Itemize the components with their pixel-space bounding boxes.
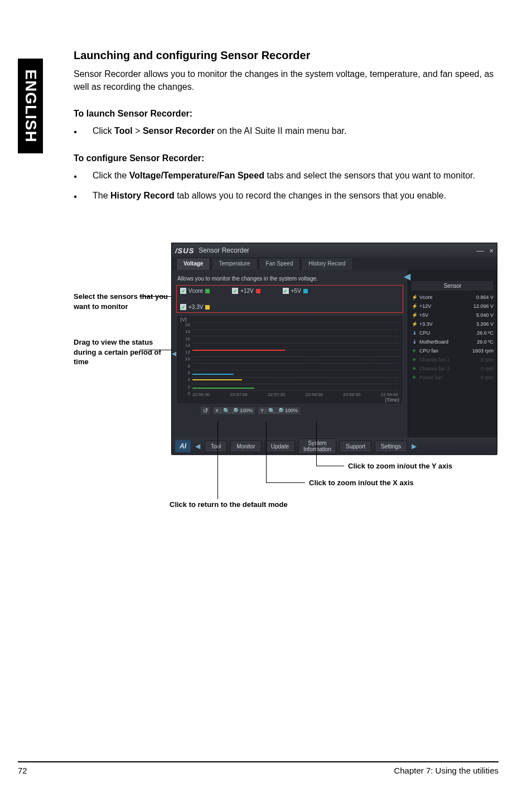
volt-icon: ⚡: [412, 294, 417, 300]
window-title: Sensor Recorder: [199, 247, 249, 254]
sensor-checkbox-group: ✓Vcore ✓+12V ✓+5V ✓+3.3V: [176, 285, 403, 313]
configure-bullet-1: • Click the Voltage/Temperature/Fan Spee…: [74, 169, 497, 183]
sensor-value: 0.864 V: [476, 294, 494, 300]
sensor-name: Power fan: [419, 375, 442, 380]
zoom-x-control[interactable]: X :🔍🔎100%: [213, 407, 255, 414]
zoom-in-icon[interactable]: 🔍: [223, 408, 230, 414]
callout-line: [217, 421, 218, 499]
lead-paragraph: Sensor Recorder allows you to monitor th…: [74, 67, 497, 93]
sensor-value: 0 rpm: [481, 375, 494, 380]
section-title: Launching and configuring Sensor Recorde…: [74, 49, 497, 62]
sensor-row: ⚡+5V5.040 V: [412, 311, 494, 320]
sensor-value: 12.096 V: [473, 303, 494, 309]
close-button[interactable]: ×: [489, 247, 494, 255]
tab-fan-speed[interactable]: Fan Speed: [259, 258, 301, 270]
chapter-label: Chapter 7: Using the utilities: [394, 766, 499, 775]
annotation-select-sensors: Select the sensors that you want to moni…: [74, 292, 168, 311]
language-tab-label: ENGLISH: [22, 69, 40, 142]
sensor-name: +5V: [419, 312, 428, 318]
launch-heading: To launch Sensor Recorder:: [74, 109, 497, 119]
zoom-out-icon[interactable]: 🔎: [277, 408, 283, 414]
title-bar: /SUS Sensor Recorder — ×: [172, 243, 497, 258]
checkbox-3v3[interactable]: ✓+3.3V: [180, 304, 399, 310]
temp-icon: 🌡: [412, 330, 417, 336]
sensor-row: 🌡CPU26.0 ºC: [412, 328, 494, 337]
voltage-chart[interactable]: (V) (Time) 20181614121086420: [176, 315, 403, 404]
chart-x-label: (Time): [385, 397, 399, 403]
chart-y-label: (V): [180, 317, 187, 322]
bottombar-system-info[interactable]: System Information: [298, 438, 336, 454]
minimize-button[interactable]: —: [476, 247, 483, 255]
sensor-name: Chassis fan 1: [419, 357, 450, 363]
bottombar-support[interactable]: Support: [340, 441, 371, 452]
checkbox-5v[interactable]: ✓+5V: [283, 288, 308, 294]
launch-bullet: • Click Tool > Sensor Recorder on the AI…: [74, 124, 497, 139]
tab-voltage[interactable]: Voltage: [176, 258, 210, 270]
sensor-value: 5.040 V: [476, 312, 494, 318]
tab-temperature[interactable]: Temperature: [211, 258, 257, 270]
bottombar-tool[interactable]: Tool: [205, 441, 227, 452]
fan-icon: ✳: [412, 366, 417, 371]
configure-bullet-1-text: Click the Voltage/Temperature/Fan Speed …: [93, 169, 475, 183]
bullet-dot: •: [74, 169, 77, 183]
sensor-row: 🌡MotherBoard29.0 ºC: [412, 337, 494, 346]
bottombar-update[interactable]: Update: [265, 441, 295, 452]
sensor-value: 1603 rpm: [472, 348, 494, 354]
swatch-icon: [205, 305, 210, 310]
zoom-reset-button[interactable]: ↺: [201, 407, 210, 414]
zoom-y-control[interactable]: Y :🔍🔎100%: [258, 407, 300, 414]
zoom-in-icon[interactable]: 🔍: [268, 408, 275, 414]
brand-logo: /SUS: [175, 247, 194, 255]
bottombar-settings[interactable]: Settings: [375, 441, 407, 452]
sensor-row: ✳Power fan0 rpm: [412, 373, 494, 382]
chart-x-ticks: 22:56:3022:57:0022:57:3022:58:0022:58:30…: [192, 392, 398, 397]
callout-line: [316, 421, 317, 466]
tabs-bar: Voltage Temperature Fan Speed History Re…: [172, 258, 497, 270]
sensor-row: ✳CPU fan1603 rpm: [412, 346, 494, 355]
volt-icon: ⚡: [412, 321, 417, 327]
sensor-name: MotherBoard: [419, 339, 448, 345]
sensor-sidebar: ◀ Sensor ⚡Vcore0.864 V⚡+12V12.096 V⚡+5V5…: [408, 270, 497, 437]
sensor-row: ⚡Vcore0.864 V: [412, 293, 494, 302]
callout-x-axis: Click to zoom in/out the X axis: [309, 479, 414, 487]
sidebar-title: Sensor: [412, 281, 494, 291]
configure-heading: To configure Sensor Recorder:: [74, 153, 497, 163]
zoom-out-icon[interactable]: 🔎: [231, 408, 238, 414]
sensor-value: 0 rpm: [481, 357, 494, 363]
callout-line: [266, 482, 305, 483]
configure-bullet-2: • The History Record tab allows you to r…: [74, 189, 497, 204]
sensor-recorder-window: /SUS Sensor Recorder — × Voltage Tempera…: [171, 243, 497, 455]
checkbox-12v[interactable]: ✓+12V: [232, 288, 260, 294]
sensor-row: ⚡+12V12.096 V: [412, 302, 494, 311]
swatch-icon: [256, 289, 260, 293]
sensor-value: 29.0 ºC: [477, 339, 494, 345]
fan-icon: ✳: [412, 348, 417, 354]
bullet-dot: •: [74, 124, 77, 139]
checkbox-vcore[interactable]: ✓Vcore: [180, 288, 210, 294]
swatch-icon: [303, 289, 308, 293]
series-12v: [192, 350, 285, 351]
language-tab: ENGLISH: [18, 59, 43, 153]
launch-bullet-text: Click Tool > Sensor Recorder on the AI S…: [93, 124, 346, 139]
sensor-value: 26.0 ºC: [477, 330, 494, 336]
callout-line: [316, 466, 344, 466]
page-number: 72: [18, 766, 27, 775]
fan-icon: ✳: [412, 375, 417, 380]
series-5v: [192, 374, 234, 375]
bottombar-monitor[interactable]: Monitor: [230, 441, 261, 452]
series-vcore: [192, 388, 254, 389]
chart-y-ticks: 20181614121086420: [179, 322, 190, 396]
sensor-row: ✳Chassis fan 20 rpm: [412, 364, 494, 373]
page-footer: 72 Chapter 7: Using the utilities: [18, 761, 499, 775]
volt-icon: ⚡: [412, 303, 417, 309]
sensor-name: +12V: [419, 303, 431, 309]
bottombar-prev[interactable]: ◀: [194, 442, 201, 450]
bottombar-next[interactable]: ▶: [410, 442, 418, 450]
bullet-dot: •: [74, 189, 77, 204]
sensor-name: CPU: [419, 330, 430, 336]
tab-history-record[interactable]: History Record: [301, 258, 352, 270]
ai-suite-badge[interactable]: AI: [175, 440, 191, 452]
bottom-bar: AI ◀ Tool Monitor Update System Informat…: [172, 437, 497, 455]
chart-plot-area: [192, 322, 398, 390]
swatch-icon: [205, 289, 210, 293]
